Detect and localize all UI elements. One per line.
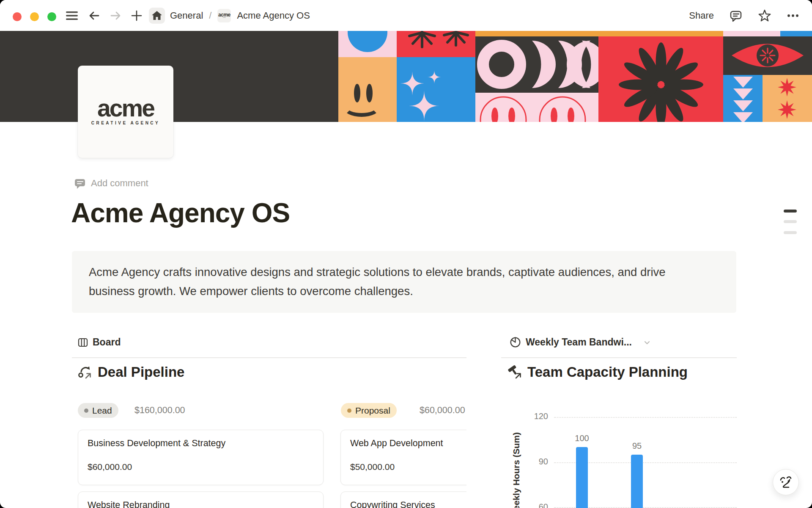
y-tick-60: 60 — [523, 502, 548, 508]
card-title: Copywriting Services — [350, 500, 435, 508]
favorite-star-icon[interactable] — [758, 9, 771, 22]
team-capacity-heading[interactable]: Team Capacity Planning — [508, 364, 688, 380]
status-badge-proposal[interactable]: Proposal — [341, 403, 397, 418]
notion-ai-button[interactable] — [773, 469, 799, 495]
tab-chart-label: Weekly Team Bandwi... — [526, 337, 632, 348]
back-button[interactable] — [88, 9, 101, 22]
logo-tagline: CREATIVE AGENCY — [91, 121, 160, 125]
linked-view-arrow-icon — [86, 374, 91, 378]
outline-indicator-dash[interactable] — [784, 210, 797, 213]
deal-pipeline-board: Deal Pipeline Lead $160,000.00 Proposal … — [72, 358, 466, 508]
cover-tile-pink-smileys — [475, 93, 598, 122]
pie-chart-icon — [510, 337, 521, 348]
breadcrumb: General / acme ━━━ Acme Agency OS — [170, 0, 310, 31]
outline-indicator-dash[interactable] — [784, 220, 797, 223]
outline-indicator-dash[interactable] — [784, 231, 797, 234]
add-comment-button[interactable]: Add comment — [74, 178, 148, 189]
team-capacity-chart: Team Capacity Planning Weekly Hours (Sum… — [501, 358, 737, 508]
minimize-window-button[interactable] — [30, 12, 39, 21]
home-button[interactable] — [149, 8, 165, 24]
board-card[interactable]: Business Development & Strategy $60,000.… — [78, 430, 324, 485]
page-title[interactable]: Acme Agency OS — [71, 197, 290, 229]
plus-icon — [131, 10, 143, 22]
board-card[interactable]: Website Rebranding — [78, 491, 324, 508]
window-controls — [13, 12, 56, 21]
breadcrumb-page[interactable]: Acme Agency OS — [237, 10, 310, 21]
intro-callout[interactable]: Acme Agency crafts innovative designs an… — [72, 251, 736, 313]
y-tick-90: 90 — [523, 457, 548, 467]
comments-icon[interactable] — [729, 9, 743, 22]
y-tick-120: 120 — [523, 411, 548, 421]
cover-tile-flower — [598, 36, 723, 122]
card-title: Web App Development — [350, 438, 443, 449]
cover-tile-eye — [723, 36, 812, 75]
title-bar: General / acme ━━━ Acme Agency OS Share — [0, 0, 812, 31]
status-badge-lead[interactable]: Lead — [78, 403, 118, 418]
chart-y-axis-label: Weekly Hours (Sum) — [511, 428, 521, 508]
tab-board-label: Board — [93, 337, 121, 348]
chevron-down-icon — [643, 339, 651, 346]
tab-chart-view[interactable]: Weekly Team Bandwi... — [510, 337, 651, 348]
cover-tile-blue-dot — [338, 31, 397, 57]
share-button[interactable]: Share — [689, 10, 714, 21]
page-favicon: acme ━━━ — [217, 9, 231, 22]
card-title: Website Rebranding — [88, 500, 170, 508]
cover-tile-red-sparks — [397, 31, 475, 57]
deal-pipeline-title: Deal Pipeline — [98, 364, 184, 380]
board-card[interactable]: Copywriting Services — [340, 491, 466, 508]
new-tab-button[interactable] — [130, 9, 143, 22]
app-window: General / acme ━━━ Acme Agency OS Share — [0, 0, 812, 508]
hammer-icon — [508, 365, 522, 379]
cover-tile-bursts — [763, 75, 812, 122]
card-amount: $60,000.00 — [88, 462, 132, 472]
bar-value-label: 95 — [623, 441, 651, 451]
ai-face-icon — [778, 474, 793, 490]
lead-column-total: $160,000.00 — [134, 405, 185, 416]
back-arrow-icon — [88, 9, 101, 22]
deal-pipeline-heading[interactable]: Deal Pipeline — [78, 364, 184, 380]
breadcrumb-root[interactable]: General — [170, 10, 203, 21]
bar-value-label: 100 — [568, 433, 596, 443]
comment-bubble-icon — [74, 178, 85, 189]
cover-tile-oddc — [475, 36, 598, 93]
cover-tile-blue-stars — [397, 57, 475, 122]
tab-board-view[interactable]: Board — [78, 337, 121, 348]
add-comment-label: Add comment — [91, 178, 148, 189]
gridline-120 — [554, 417, 737, 418]
callout-line-1: Acme Agency crafts innovative designs an… — [89, 262, 719, 282]
status-dot — [347, 409, 351, 413]
page-icon-logo[interactable]: acme CREATIVE AGENCY — [78, 66, 173, 158]
card-amount: $50,000.00 — [350, 462, 395, 472]
zoom-window-button[interactable] — [47, 12, 56, 21]
board-card[interactable]: Web App Development $50,000.00 — [340, 430, 466, 485]
proposal-column-total: $60,000.00 — [420, 405, 465, 416]
close-window-button[interactable] — [13, 12, 22, 21]
status-label: Proposal — [355, 406, 390, 416]
status-label: Lead — [92, 406, 112, 416]
home-icon — [151, 11, 162, 21]
callout-line-2: business growth. We empower clients to o… — [89, 282, 719, 301]
cover-tile-triangles — [723, 75, 763, 122]
hamburger-icon — [66, 11, 78, 21]
pipeline-cycle-icon — [78, 365, 92, 379]
sidebar-menu-button[interactable] — [66, 9, 78, 22]
cover-tile-smiley — [338, 57, 397, 122]
forward-button[interactable] — [109, 9, 122, 22]
board-view-icon — [78, 337, 88, 348]
forward-arrow-icon — [109, 9, 122, 22]
linked-view-arrow-icon — [516, 374, 521, 378]
bar-series-1 — [576, 447, 588, 508]
team-capacity-title: Team Capacity Planning — [527, 364, 688, 380]
card-title: Business Development & Strategy — [88, 438, 225, 449]
logo-wordmark: acme — [97, 99, 154, 117]
breadcrumb-separator: / — [209, 10, 211, 21]
status-dot — [84, 409, 88, 413]
more-options-icon[interactable] — [787, 9, 799, 22]
bar-series-2 — [631, 455, 643, 508]
